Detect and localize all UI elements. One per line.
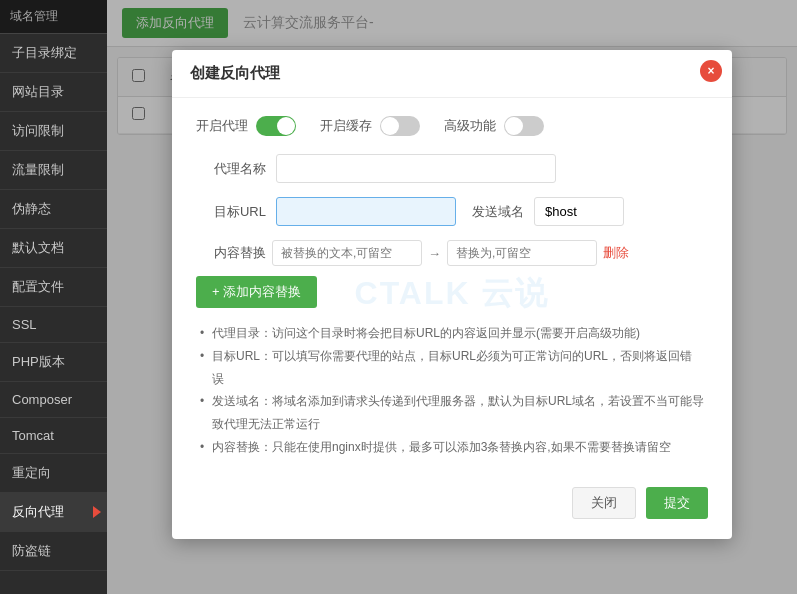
note-2: 目标URL：可以填写你需要代理的站点，目标URL必须为可正常访问的URL，否则将…	[200, 345, 704, 391]
send-domain-input[interactable]	[534, 197, 624, 226]
sidebar-item-reverse-proxy[interactable]: 反向代理	[0, 493, 107, 532]
proxy-toggle-knob	[277, 117, 295, 135]
proxy-name-row: 代理名称	[196, 154, 708, 183]
create-proxy-modal: CTALK 云说 创建反向代理 × 开启代理 开启缓存	[172, 50, 732, 539]
sidebar-header: 域名管理	[0, 0, 107, 34]
target-url-input[interactable]	[276, 197, 456, 226]
sidebar-item-access-limit[interactable]: 访问限制	[0, 112, 107, 151]
cache-switch-group: 开启缓存	[320, 116, 420, 136]
note-4: 内容替换：只能在使用nginx时提供，最多可以添加3条替换内容,如果不需要替换请…	[200, 436, 704, 459]
proxy-switch-group: 开启代理	[196, 116, 296, 136]
modal-overlay: CTALK 云说 创建反向代理 × 开启代理 开启缓存	[107, 0, 797, 594]
main-content: CTALK 云说 添加反向代理 云计算交流服务平台- 名称 代理目录 目标url…	[107, 0, 797, 594]
send-domain-label: 发送域名	[472, 203, 524, 221]
content-replace-row: 内容替换 → 删除	[196, 240, 708, 266]
modal-footer: 关闭 提交	[172, 477, 732, 519]
sidebar-item-subdirectory-bind[interactable]: 子目录绑定	[0, 34, 107, 73]
sidebar-item-default-doc[interactable]: 默认文档	[0, 229, 107, 268]
target-url-label: 目标URL	[196, 203, 266, 221]
sidebar-item-website-dir[interactable]: 网站目录	[0, 73, 107, 112]
cache-switch-label: 开启缓存	[320, 117, 372, 135]
content-replace-label: 内容替换	[196, 244, 266, 262]
sidebar: 域名管理 子目录绑定 网站目录 访问限制 流量限制 伪静态 默认文档 配置文件 …	[0, 0, 107, 594]
modal-close-footer-button[interactable]: 关闭	[572, 487, 636, 519]
target-url-row: 目标URL 发送域名	[196, 197, 708, 226]
replace-from-input[interactable]	[272, 240, 422, 266]
sidebar-item-config-file[interactable]: 配置文件	[0, 268, 107, 307]
cache-toggle[interactable]	[380, 116, 420, 136]
sidebar-item-composer[interactable]: Composer	[0, 382, 107, 418]
sidebar-item-php-version[interactable]: PHP版本	[0, 343, 107, 382]
sidebar-item-tomcat[interactable]: Tomcat	[0, 418, 107, 454]
notes-list: 代理目录：访问这个目录时将会把目标URL的内容返回并显示(需要开启高级功能) 目…	[196, 322, 708, 459]
proxy-toggle[interactable]	[256, 116, 296, 136]
sidebar-item-pseudo-static[interactable]: 伪静态	[0, 190, 107, 229]
modal-title: 创建反向代理	[172, 50, 732, 98]
proxy-name-input[interactable]	[276, 154, 556, 183]
replace-arrow-icon: →	[428, 246, 441, 261]
sidebar-item-redirect[interactable]: 重定向	[0, 454, 107, 493]
advanced-switch-label: 高级功能	[444, 117, 496, 135]
proxy-name-label: 代理名称	[196, 160, 266, 178]
note-1: 代理目录：访问这个目录时将会把目标URL的内容返回并显示(需要开启高级功能)	[200, 322, 704, 345]
switches-row: 开启代理 开启缓存 高级功能	[196, 116, 708, 136]
add-content-replace-button[interactable]: + 添加内容替换	[196, 276, 317, 308]
replace-to-input[interactable]	[447, 240, 597, 266]
advanced-toggle[interactable]	[504, 116, 544, 136]
sidebar-item-hotlink[interactable]: 防盗链	[0, 532, 107, 571]
modal-submit-button[interactable]: 提交	[646, 487, 708, 519]
note-3: 发送域名：将域名添加到请求头传递到代理服务器，默认为目标URL域名，若设置不当可…	[200, 390, 704, 436]
advanced-toggle-knob	[505, 117, 523, 135]
sidebar-item-traffic-limit[interactable]: 流量限制	[0, 151, 107, 190]
delete-replace-button[interactable]: 删除	[603, 244, 629, 262]
sidebar-item-ssl[interactable]: SSL	[0, 307, 107, 343]
advanced-switch-group: 高级功能	[444, 116, 544, 136]
cache-toggle-knob	[381, 117, 399, 135]
proxy-switch-label: 开启代理	[196, 117, 248, 135]
modal-body: 开启代理 开启缓存 高级功能	[172, 98, 732, 477]
modal-close-button[interactable]: ×	[700, 60, 722, 82]
